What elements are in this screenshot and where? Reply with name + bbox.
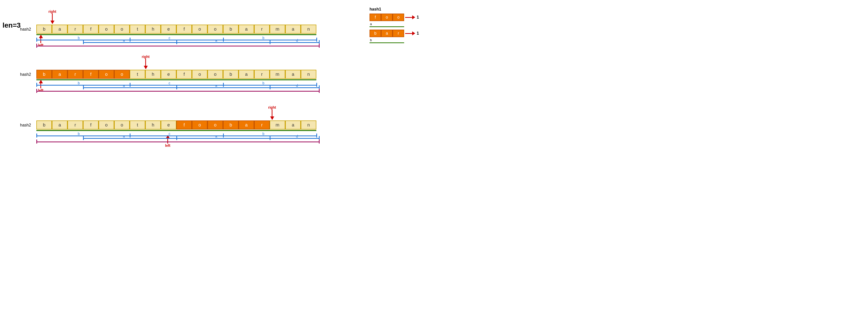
green-line-row2 <box>36 79 316 80</box>
right-arrowhead-row2 <box>144 66 148 69</box>
right-arrow-row2: right <box>142 55 150 69</box>
blue-tick-r3-b2-l <box>223 133 224 138</box>
cell-r1-17: n <box>301 25 316 34</box>
blue-tick-r3-d-l <box>270 136 271 140</box>
hash1-title: hash1 <box>370 7 419 11</box>
cell-r1-1: a <box>52 25 67 34</box>
left-label-row2: left <box>38 88 43 92</box>
cell-r1-12: b <box>223 25 239 34</box>
left-label-row1: left <box>38 43 43 47</box>
cell-r1-3: f <box>83 25 99 34</box>
cell-r1-7: h <box>145 25 161 34</box>
hash1-cells-bar: b a r <box>370 30 404 37</box>
cell-r2-16: a <box>285 70 301 79</box>
cell-r2-17: n <box>301 70 316 79</box>
cell-r2-1: a <box>52 70 67 79</box>
blue-label-r3-d: d <box>296 134 298 138</box>
red-line-row1 <box>36 46 319 47</box>
left-arrow-row2: left <box>38 80 43 92</box>
blue-tick-r3-a-l <box>83 136 84 140</box>
green-line-row1 <box>36 34 316 35</box>
blue-label-r2-a1: a <box>123 84 125 88</box>
char-row-3: b a r f o o t h e f o o b a r m a n <box>36 120 316 129</box>
cell-r3-4: o <box>99 120 114 129</box>
blue-tick-r3-c-l <box>130 133 130 138</box>
char-row-2: b a r f o o t h e f o o b a r m a n <box>36 70 316 79</box>
cell-r1-2: r <box>67 25 83 34</box>
cell-r1-8: e <box>161 25 176 34</box>
cell-r3-0: b <box>36 120 52 129</box>
cell-r3-5: o <box>114 120 130 129</box>
hash1-cell-b: b <box>370 30 381 37</box>
cell-r2-4: o <box>99 70 114 79</box>
blue-label-r3-b2: b <box>262 132 265 136</box>
right-shaft-row1 <box>52 13 53 21</box>
blue-seg-r3-a2 <box>176 138 270 139</box>
red-tick-r3-r <box>319 140 320 144</box>
blue-seg-r1-d <box>270 42 319 43</box>
cell-r3-7: h <box>145 120 161 129</box>
blue-tick-r1-b-l <box>36 38 37 42</box>
cell-r2-11: o <box>208 70 223 79</box>
cell-r3-13: a <box>239 120 254 129</box>
red-tick-r2-l <box>36 89 37 93</box>
cell-r3-10: o <box>192 120 208 129</box>
cell-r1-11: o <box>208 25 223 34</box>
blue-tick-r3-b-l <box>36 133 37 138</box>
cell-r1-5: o <box>114 25 130 34</box>
hash1-count-foo: 1 <box>417 15 419 20</box>
red-tick-r1-l <box>36 44 37 48</box>
cell-r3-11: o <box>208 120 223 129</box>
blue-tick-r2-b-l <box>36 83 37 87</box>
cell-r3-1: a <box>52 120 67 129</box>
blue-label-r2-a2: a <box>215 84 217 88</box>
right-arrowhead-row3 <box>270 116 274 120</box>
cell-r1-13: a <box>239 25 254 34</box>
hash1-entry-foo: f o o 1 <box>370 13 419 21</box>
blue-tick-r2-a2-l <box>176 85 177 89</box>
hash1-cell-r: r <box>393 30 404 37</box>
cell-r1-4: o <box>99 25 114 34</box>
cell-r2-12: b <box>223 70 239 79</box>
blue-label-r3-a1: a <box>123 134 125 138</box>
hash1-cell-o2: o <box>393 13 404 21</box>
hash1-cell-a: a <box>381 30 393 37</box>
green-line-row3 <box>36 130 316 131</box>
left-arrow-row3: left <box>165 135 170 148</box>
cell-r2-6: t <box>130 70 145 79</box>
blue-tick-r1-d-l <box>270 40 271 44</box>
blue-seg-r3-d <box>270 138 319 139</box>
blue-tick-r3-a2-l <box>176 136 177 140</box>
hash1-sublabel-foo: a <box>370 22 419 26</box>
len-label: len=3 <box>2 21 21 29</box>
cell-r3-6: t <box>130 120 145 129</box>
hash1-arrow-bar <box>405 31 415 35</box>
blue-seg-r3-a <box>83 138 176 139</box>
cell-r2-13: a <box>239 70 254 79</box>
hash1-arrow-foo <box>405 15 415 19</box>
right-arrow-row1: right <box>49 9 56 24</box>
blue-seg-r2-d <box>270 87 319 88</box>
blue-seg-r2-a <box>83 87 176 88</box>
hash1-count-bar: 1 <box>417 31 419 36</box>
cell-r1-9: f <box>176 25 192 34</box>
cell-r3-2: r <box>67 120 83 129</box>
blue-label-r2-b2: b <box>262 81 265 85</box>
cell-r3-8: e <box>161 120 176 129</box>
cell-r2-7: h <box>145 70 161 79</box>
blue-label-r2-d: d <box>296 84 298 88</box>
blue-tick-r2-d-l <box>270 85 271 89</box>
cell-r3-17: n <box>301 120 316 129</box>
red-line-row3 <box>36 142 319 142</box>
blue-tick-r3-b2-r <box>316 133 317 138</box>
hash2-label-row3: hash2 <box>20 123 31 127</box>
hash1-arrowhead-bar <box>412 31 415 35</box>
hash1-arrowhead-foo <box>412 15 415 19</box>
cell-r3-3: f <box>83 120 99 129</box>
hash1-sublabel-bar: b <box>370 38 419 42</box>
right-shaft-row2 <box>145 59 146 66</box>
blue-tick-r2-a-l <box>83 85 84 89</box>
red-line-row2 <box>36 91 319 92</box>
blue-tick-r2-c-l <box>130 83 130 87</box>
blue-tick-r2-b2-l <box>223 83 224 87</box>
